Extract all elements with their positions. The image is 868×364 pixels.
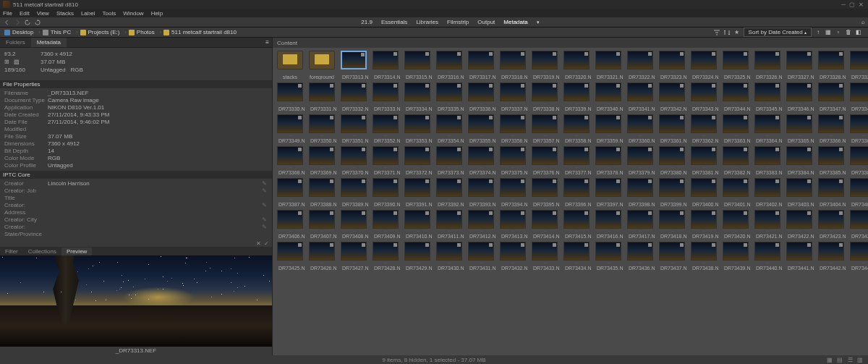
image-thumb[interactable]: · · · · ·_DR73346.NEF [785,82,814,111]
image-thumb[interactable]: · · · · ·_DR73314.NEF [371,51,400,80]
thumb-image[interactable] [723,51,749,69]
thumb-image[interactable] [373,51,399,69]
nav-forward-button[interactable] [13,18,22,27]
rating-dots[interactable]: · · · · · [671,229,673,233]
image-thumb[interactable]: · · · · ·_DR73421.NEF [753,210,782,239]
rating-dots[interactable]: · · · · · [448,69,451,74]
thumb-image[interactable] [818,82,844,101]
rating-dots[interactable]: · · · · · [830,261,833,265]
image-thumb[interactable]: · · · · ·_DR73425.NEF [276,242,305,271]
image-thumb[interactable]: · · · · ·_DR73338.NEF [530,82,559,111]
rating-dots[interactable]: · · · · · [702,101,705,106]
prop-value[interactable]: Lincoln Harrison [48,180,90,187]
rating-dots[interactable]: · · · · · [543,133,546,137]
thumb-image[interactable] [563,114,590,133]
thumb-image[interactable] [723,146,749,165]
thumb-image[interactable] [659,178,685,197]
image-thumb[interactable]: · · · · ·_DR73342.NEF [658,82,686,111]
thumb-image[interactable] [277,146,303,165]
thumb-image[interactable] [341,146,367,165]
menu-stacks[interactable]: Stacks [56,10,74,17]
image-thumb[interactable]: · · · · ·_DR73361.NEF [658,114,686,143]
image-thumb[interactable]: · · · · ·_DR73375.NEF [498,146,527,175]
thumb-image[interactable] [627,210,653,229]
image-thumb[interactable]: · · · · ·_DR73350.NEF [307,114,336,143]
thumb-image[interactable] [404,114,430,133]
image-thumb[interactable]: · · · · ·_DR73356.NEF [498,114,527,143]
image-thumb[interactable]: · · · · ·_DR73416.NEF [594,210,623,239]
image-thumb[interactable]: · · · · ·_DR73409.NEF [371,210,400,239]
thumb-image[interactable] [532,82,558,101]
thumb-image[interactable] [500,210,526,229]
rating-dots[interactable]: · · · · · [289,197,292,201]
image-thumb[interactable]: · · · · ·_DR73357.NEF [530,114,559,143]
rating-dots[interactable]: · · · · · [416,197,419,201]
thumb-image[interactable] [850,82,868,101]
image-thumb[interactable]: · · · · ·_DR73360.NEF [626,114,655,143]
folder-icon[interactable] [309,51,335,69]
rating-dots[interactable]: · · · · · [416,261,419,265]
search-icon[interactable]: ⌕ [861,19,865,25]
thumb-image[interactable] [500,178,526,197]
thumb-image[interactable] [627,242,653,261]
workspace-filmstrip[interactable]: Filmstrip [447,19,469,25]
rating-dots[interactable]: · · · · · [639,197,642,201]
thumb-image[interactable] [723,82,749,101]
image-thumb[interactable]: · · · · ·_DR73398.NEF [626,178,655,207]
image-thumb[interactable]: · · · · ·_DR73436.NEF [626,242,655,271]
image-thumb[interactable]: · · · · ·_DR73337.NEF [498,82,527,111]
view-list-button[interactable]: ☰ [846,357,854,363]
rating-dots[interactable]: · · · · · [766,101,769,106]
rating-dots[interactable]: · · · · · [575,101,578,106]
menu-file[interactable]: File [3,10,12,17]
folder-icon[interactable] [277,51,303,69]
image-thumb[interactable]: · · · · ·_DR73336.NEF [467,82,495,111]
rating-dots[interactable]: · · · · · [416,133,419,137]
view-grid-button[interactable]: ▦ [826,357,833,363]
rating-dots[interactable]: · · · · · [798,261,801,265]
apply-panel-icon[interactable]: ✓ [264,240,269,247]
thumb-image[interactable] [404,146,430,165]
image-thumb[interactable]: · · · · ·_DR73340.NEF [594,82,623,111]
image-thumb[interactable]: · · · · ·_DR73318.NEF [498,51,527,80]
image-thumb[interactable]: · · · · ·_DR73319.NEF [530,51,559,80]
rating-dots[interactable]: · · · · · [575,197,578,201]
image-thumb[interactable]: · · · · ·_DR73351.NEF [339,114,368,143]
thumb-image[interactable] [468,242,494,261]
thumb-image[interactable] [691,178,717,197]
rating-dots[interactable]: · · · · · [384,229,387,233]
thumb-image[interactable] [818,51,844,69]
rating-dots[interactable]: · · · · · [702,229,705,233]
thumb-image[interactable] [532,51,558,69]
image-thumb[interactable]: · · · · ·_DR73418.NEF [658,210,686,239]
image-thumb[interactable]: · · · · ·_DR73407.NEF [307,210,336,239]
thumb-image[interactable] [786,51,812,69]
image-thumb[interactable]: · · · · ·_DR73367.NEF [848,114,868,143]
rating-dots[interactable]: · · · · · [352,69,355,74]
image-thumb[interactable]: · · · · ·_DR73386.NEF [848,146,868,175]
rating-dots[interactable]: · · · · · [575,133,578,137]
rating-dots[interactable]: · · · · · [734,197,737,201]
rating-dots[interactable]: · · · · · [830,229,833,233]
rating-dots[interactable]: · · · · · [480,69,482,74]
rating-dots[interactable]: · · · · · [511,165,514,169]
image-thumb[interactable]: · · · · ·_DR73399.NEF [658,178,686,207]
image-thumb[interactable]: · · · · ·_DR73315.NEF [403,51,432,80]
thumb-image[interactable] [595,210,621,229]
image-thumb[interactable]: · · · · ·_DR73402.NEF [753,178,782,207]
image-thumb[interactable]: · · · · ·_DR73370.NEF [339,146,368,175]
rating-dots[interactable]: · · · · · [480,133,482,137]
thumb-image[interactable] [309,114,335,133]
rating-dots[interactable]: · · · · · [384,261,387,265]
thumb-image[interactable] [563,51,590,69]
image-thumb[interactable]: · · · · ·_DR73442.NEF [817,242,846,271]
grid-view-button[interactable]: ▦ [823,28,833,37]
workspace-output[interactable]: Output [477,19,495,25]
image-thumb[interactable]: · · · · ·_DR73371.NEF [371,146,400,175]
image-thumb[interactable]: · · · · ·_DR73431.NEF [467,242,495,271]
menu-label[interactable]: Label [81,10,95,17]
rating-dots[interactable]: · · · · · [352,101,355,106]
rating-dots[interactable]: · · · · · [766,133,769,137]
thumb-image[interactable] [404,51,430,69]
image-thumb[interactable]: · · · · ·_DR73415.NEF [562,210,591,239]
